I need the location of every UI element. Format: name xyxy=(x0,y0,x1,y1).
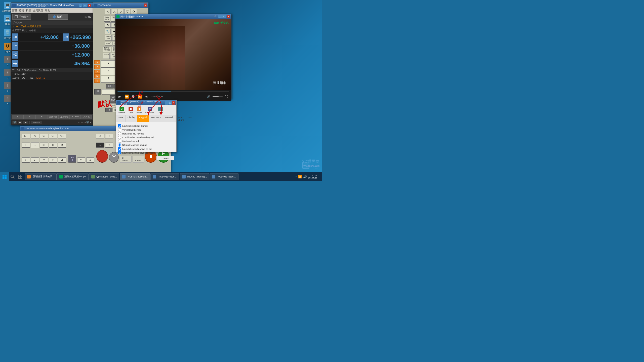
tab-m[interactable]: M xyxy=(12,115,24,119)
machine-btn[interactable]: 🖥️ xyxy=(12,121,17,124)
taskbar-item-4[interactable]: TNC640 (340595)... xyxy=(150,173,180,180)
v-axis-panel-btn[interactable]: V xyxy=(94,79,100,83)
vc-volume-btn[interactable]: 🔊 xyxy=(206,95,211,98)
y-axis-panel-btn[interactable]: Y xyxy=(94,65,100,69)
rnd-btn[interactable]: RND⌒ xyxy=(105,42,112,46)
arrow-right-btn[interactable]: ▷ xyxy=(118,9,124,14)
arrow-rotate-btn[interactable]: ⟳ xyxy=(131,9,137,14)
video-progress-bar[interactable] xyxy=(117,91,229,92)
kb-capslock-btn[interactable]: ⇪ xyxy=(105,143,113,148)
kb-y-plus[interactable]: Y+ xyxy=(40,134,48,139)
vc-skip-fwd-btn[interactable]: ⏭ xyxy=(144,95,149,99)
vbox-sleep-btn[interactable]: 💤 Sleep xyxy=(157,106,164,114)
vbox-restart-btn[interactable]: ↺ Restart xyxy=(117,106,126,114)
kb-down-btn[interactable]: ⇩ xyxy=(96,143,104,148)
kb-z-minus[interactable]: Z- xyxy=(31,157,39,163)
video-close-btn[interactable]: ✕ xyxy=(227,15,230,18)
radio-machine[interactable] xyxy=(118,140,121,143)
num7-btn[interactable]: 7 xyxy=(101,60,116,68)
tab-origin[interactable]: 原点管理 xyxy=(59,115,70,119)
tab-probe[interactable]: 探测功能 xyxy=(48,115,59,119)
task-view-btn[interactable] xyxy=(16,172,24,181)
kb-wave-btn[interactable]: ～ xyxy=(31,142,39,148)
menu-machine[interactable]: 机器 xyxy=(26,9,31,12)
always-top-checkbox[interactable] xyxy=(118,147,121,151)
appr-def-btn[interactable]: APPRDEF xyxy=(105,35,112,41)
kb-v-plus[interactable]: V+ xyxy=(49,134,57,139)
iv-axis-panel-btn[interactable]: IV xyxy=(94,74,100,78)
tab-s[interactable]: S xyxy=(24,115,36,119)
vc-forward-btn[interactable]: ⏩ xyxy=(137,95,142,99)
vc-pause-btn[interactable]: ⏸ xyxy=(131,95,136,99)
radio-nc-machine[interactable] xyxy=(118,143,121,147)
kb-shift-btn[interactable]: ⇧ xyxy=(105,134,113,139)
video-fullscreen-btn[interactable]: □ xyxy=(222,15,226,18)
z-axis-panel-btn[interactable]: Z xyxy=(94,70,100,74)
kb-z-plus[interactable]: Z+ xyxy=(31,134,39,139)
kb-scissor-btn[interactable]: ✂ xyxy=(77,157,85,163)
expand-btn[interactable]: ▶ xyxy=(90,121,91,123)
pgm-mgt-btn[interactable]: PGMMGT xyxy=(104,16,110,22)
vbox-close-btn[interactable]: ✕ xyxy=(172,101,175,105)
ce-btn[interactable]: CE xyxy=(106,84,113,88)
kb-y-minus[interactable]: Y- xyxy=(22,157,30,163)
manual-mode-button[interactable]: 手动操作 xyxy=(12,14,31,20)
home-btn[interactable]: HOME xyxy=(108,103,116,108)
start-button[interactable] xyxy=(0,172,9,181)
vc-volume-bar[interactable] xyxy=(213,96,223,97)
taskbar-item-1[interactable]: [硬件加速]视频-05.qsv xyxy=(57,173,89,180)
taskbar-item-5[interactable]: TNC640 (340595)... xyxy=(180,173,209,180)
num4-btn[interactable]: 4 xyxy=(101,68,116,75)
kb-x-minus[interactable]: X- xyxy=(22,143,30,148)
vc-skip-back-btn[interactable]: ⏮ xyxy=(117,95,123,99)
vbox-always-top-check[interactable]: Launch keypad always on top xyxy=(118,147,174,151)
taskbar-item-0[interactable]: 【新提醒】发表帖子… xyxy=(25,173,57,180)
vc-rewind-btn[interactable]: ⏪ xyxy=(124,95,129,99)
refresh-btn[interactable]: ↻ xyxy=(105,22,111,28)
menu-manage[interactable]: 管理 xyxy=(12,9,17,12)
nav-left-btn[interactable]: ◁ xyxy=(105,108,112,112)
vbox-launch-button[interactable]: Launch xyxy=(156,156,174,160)
kb-emergency-stop-btn[interactable] xyxy=(96,150,108,163)
touch-probe-btn[interactable]: TOUCHPROBE xyxy=(103,46,111,52)
tray-network-icon[interactable]: 📶 xyxy=(298,175,302,178)
show-desktop-btn[interactable] xyxy=(318,172,320,181)
tab-f[interactable]: F xyxy=(36,115,48,119)
kb-perp-btn[interactable]: ⊥ xyxy=(86,157,94,163)
taskbar-item-2[interactable]: hyperMILL® - [hmc... xyxy=(89,173,119,180)
vbox-tab-sm[interactable]: SM↕ xyxy=(186,115,195,122)
vbox-tab-state[interactable]: State xyxy=(116,115,126,122)
tray-volume-icon[interactable]: 🔊 xyxy=(303,175,307,178)
vbox-tab-display[interactable]: Display xyxy=(126,115,137,122)
programming-button[interactable]: 编程 xyxy=(48,14,68,20)
tab-tools[interactable]: 刀具表 xyxy=(81,115,92,119)
stop-btn[interactable]: ⏹ xyxy=(23,121,28,124)
taskbar-clock[interactable]: 20:07 2018/5/16 xyxy=(308,174,317,179)
video-minimize-btn[interactable]: _ xyxy=(218,15,222,18)
bs-btn[interactable]: ⌫ xyxy=(94,89,101,95)
video-frame[interactable]: iQIY 爱奇艺 营业颇丰 xyxy=(115,19,231,90)
kb-vi-plus[interactable]: VI+ xyxy=(58,134,66,139)
vbox-tab-hardlock[interactable]: HardLock xyxy=(149,115,163,122)
icon-btn1[interactable]: 🔧 xyxy=(105,29,111,34)
taskbar-item-3[interactable]: TNC640 (340595) l... xyxy=(120,173,150,180)
kb-rotate-btn[interactable]: ⟲ xyxy=(96,134,104,139)
x-axis-panel-btn[interactable]: X xyxy=(94,60,100,65)
taskbar-item-6[interactable]: TNC640 (340595)... xyxy=(210,173,239,180)
vbox-edit-mode-check[interactable]: Launch machine keys edit mode xyxy=(118,151,174,154)
arrow-up-btn[interactable]: △ xyxy=(111,9,117,14)
close-button[interactable]: ✕ xyxy=(88,4,91,7)
kb-fn3-btn[interactable]: FN3 xyxy=(68,155,76,163)
arrow-down-btn[interactable]: ▽ xyxy=(124,9,130,14)
vbox-tab-network[interactable]: Network xyxy=(163,115,176,122)
vc-fullscreen-btn[interactable]: ⛶ xyxy=(224,95,229,98)
kb-iv-minus[interactable]: IV- xyxy=(40,157,48,163)
kb-i-plus[interactable]: I+ xyxy=(49,143,57,148)
kb-v-minus[interactable]: V- xyxy=(49,157,57,163)
kb-vi-minus[interactable]: VI- xyxy=(58,157,66,163)
radio-combined[interactable] xyxy=(118,136,121,139)
launch-startup-checkbox[interactable] xyxy=(118,124,121,127)
menu-settings[interactable]: 全局设置 xyxy=(33,9,43,12)
arrow-left-btn[interactable]: ◁ xyxy=(105,9,111,14)
kb-cycle-btn[interactable]: ↺ xyxy=(58,143,66,148)
